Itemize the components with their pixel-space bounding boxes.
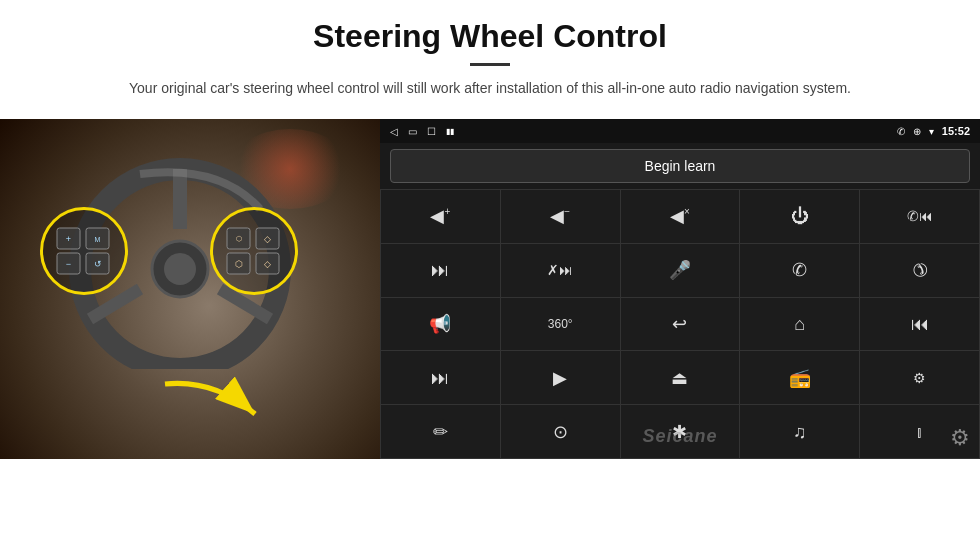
prev-prev-button[interactable]: ⏮ [860,298,979,351]
pen-icon: ✏ [433,423,448,441]
eject-button[interactable]: ⏏ [621,351,740,404]
ctrl-btn-2[interactable]: M [86,228,110,250]
window-icon[interactable]: ▭ [408,126,417,137]
phone-status-icon: ✆ [897,126,905,137]
content-area: + M − ↺ ⬡ ◇ ⬡ ◇ [0,119,980,548]
ctrl-btn-7[interactable]: ⬡ [227,253,251,275]
back-button[interactable]: ↩ [621,298,740,351]
page-title: Steering Wheel Control [60,18,920,55]
svg-point-5 [164,253,196,285]
ctrl-btn-6[interactable]: ◇ [256,228,280,250]
hang-up-button[interactable]: ✆ [860,244,979,297]
car-image: + M − ↺ ⬡ ◇ ⬡ ◇ [0,119,380,459]
time-display: 15:52 [942,125,970,137]
power-button[interactable]: ⏻ [740,190,859,243]
mute-icon: ◀× [670,207,690,225]
mute-next-button[interactable]: ✗⏭ [501,244,620,297]
header-section: Steering Wheel Control Your original car… [0,0,980,109]
power-icon: ⏻ [791,207,809,225]
ctrl-btn-3[interactable]: − [57,253,81,275]
vol-up-icon: ◀+ [430,207,450,225]
eq-icon: ⚙ [913,371,926,385]
phone-prev-button[interactable]: ✆⏮ [860,190,979,243]
mic-button[interactable]: 🎤 [621,244,740,297]
next-track-button[interactable]: ⏭ [381,244,500,297]
next-track-icon: ⏭ [431,261,449,279]
eject-icon: ⏏ [671,369,688,387]
radio-button[interactable]: 📻 [740,351,859,404]
settings-circle-icon: ⊙ [553,423,568,441]
prev-prev-icon: ⏮ [911,315,929,333]
mic-icon: 🎤 [669,261,691,279]
camera-360-icon: 360° [548,318,573,330]
home-button[interactable]: ⌂ [740,298,859,351]
square-icon[interactable]: ☐ [427,126,436,137]
steering-wheel-bg: + M − ↺ ⬡ ◇ ⬡ ◇ [0,119,380,459]
eq-button[interactable]: ⚙ [860,351,979,404]
gear-settings-icon[interactable]: ⚙ [950,425,970,451]
mute-next-icon: ✗⏭ [547,263,573,277]
control-circle-left: + M − ↺ [40,207,128,295]
control-circle-right: ⬡ ◇ ⬡ ◇ [210,207,298,295]
nav-button[interactable]: ▶ [501,351,620,404]
music-button[interactable]: ♫ [740,405,859,458]
seicane-watermark: Seicane [642,426,717,447]
ctrl-btn-8[interactable]: ◇ [256,253,280,275]
nav-icon: ▶ [553,369,567,387]
speaker-button[interactable]: 📢 [381,298,500,351]
page-container: Steering Wheel Control Your original car… [0,0,980,548]
android-screen: ◁ ▭ ☐ ▮▮ ✆ ⊕ ▾ 15:52 Begin learn [380,119,980,459]
home-icon: ⌂ [794,315,805,333]
right-control-btns: ⬡ ◇ ⬡ ◇ [227,228,282,275]
settings-circle-button[interactable]: ⊙ [501,405,620,458]
android-screen-wrapper: ◁ ▭ ☐ ▮▮ ✆ ⊕ ▾ 15:52 Begin learn [380,119,980,459]
back-icon: ↩ [672,315,687,333]
subtitle-text: Your original car's steering wheel contr… [100,78,880,99]
status-right: ✆ ⊕ ▾ 15:52 [897,125,970,137]
vol-up-button[interactable]: ◀+ [381,190,500,243]
vol-down-button[interactable]: ◀− [501,190,620,243]
yellow-arrow [155,374,275,434]
pen-button[interactable]: ✏ [381,405,500,458]
ctrl-btn-5[interactable]: ⬡ [227,228,251,250]
speaker-icon: 📢 [429,315,451,333]
levels-icon: ⫿ [916,425,923,439]
camera-360-button[interactable]: 360° [501,298,620,351]
ctrl-btn-4[interactable]: ↺ [86,253,110,275]
vol-down-icon: ◀− [550,207,570,225]
wifi-status-icon: ▾ [929,126,934,137]
hang-up-icon: ✆ [908,259,931,282]
fast-fwd-button[interactable]: ⏭ [381,351,500,404]
icon-grid: ◀+ ◀− ◀× ⏻ ✆⏮ ⏭ [380,189,980,459]
music-icon: ♫ [793,423,807,441]
title-divider [470,63,510,66]
mute-button[interactable]: ◀× [621,190,740,243]
status-bar: ◁ ▭ ☐ ▮▮ ✆ ⊕ ▾ 15:52 [380,119,980,143]
ctrl-btn-1[interactable]: + [57,228,81,250]
status-left: ◁ ▭ ☐ ▮▮ [390,126,454,137]
fast-fwd-icon: ⏭ [431,369,449,387]
back-nav-icon[interactable]: ◁ [390,126,398,137]
begin-learn-row: Begin learn [380,143,980,189]
phone-prev-icon: ✆⏮ [907,209,933,223]
battery-icon: ▮▮ [446,127,454,136]
location-status-icon: ⊕ [913,126,921,137]
left-control-btns: + M − ↺ [57,228,112,275]
begin-learn-button[interactable]: Begin learn [390,149,970,183]
radio-icon: 📻 [789,369,811,387]
phone-icon: ✆ [792,261,807,279]
phone-button[interactable]: ✆ [740,244,859,297]
